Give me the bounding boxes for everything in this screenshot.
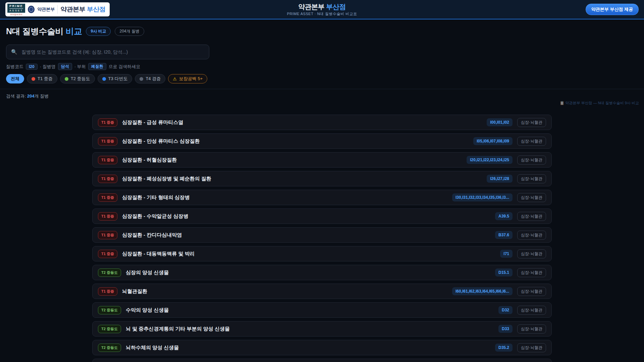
disease-codes: I71 (500, 250, 513, 258)
filter-chip-t3[interactable]: T3 다빈도 (98, 74, 132, 83)
filter-chip-label: 전체 (11, 76, 19, 82)
disease-row[interactable]: T1 중증뇌혈관질환I60,I61,I62,I63,I64,I65,I66,I6… (92, 284, 552, 299)
disease-name: 뇌하수체의 양성 신생물 (126, 345, 490, 351)
disease-name: 심장질환 - 기타 형태의 심장병 (122, 194, 447, 201)
result-suffix: 개 질병 (35, 94, 49, 99)
category-tag: 심장·뇌혈관 (517, 193, 546, 202)
disease-row[interactable]: T1 중증심장질환 - 수막알균성 심장병A39.5심장·뇌혈관 (92, 208, 552, 224)
tier-badge: T1 중증 (98, 212, 117, 221)
category-tag: 심장·뇌혈관 (517, 306, 546, 315)
filter-chip-t2[interactable]: T2 중등도 (60, 74, 95, 83)
disease-codes: I05,I06,I07,I08,I09 (473, 137, 513, 145)
logo-divider (57, 5, 58, 14)
main-content: N대 질병수술비 비교 9사 비교 204개 질병 🔍 질병코드 I20 · 질… (0, 26, 644, 362)
page-title-row: N대 질병수술비 비교 9사 비교 204개 질병 (6, 26, 638, 36)
hint-part2: · 질병명 (40, 64, 56, 70)
disease-codes: I00,I01,I02 (487, 118, 513, 126)
category-tag: 심장·뇌혈관 (517, 268, 546, 277)
prime-logo-top: PRIME (9, 5, 23, 9)
page-title-prefix: N대 질병수술비 (6, 26, 63, 36)
filter-chip-t1[interactable]: T1 중증 (27, 74, 57, 83)
tier-dot-icon (32, 77, 35, 81)
filter-chip-all[interactable]: 전체 (6, 74, 24, 83)
store-name-prefix: 약관본부 (60, 6, 85, 13)
search-icon: 🔍 (11, 49, 17, 55)
disease-list: T1 중증심장질환 - 급성 류마티스열I00,I01,I02심장·뇌혈관T1 … (92, 115, 552, 362)
disease-row[interactable]: T1 중증심장질환 - 만성 류마티스 심장질환I05,I06,I07,I08,… (92, 133, 552, 149)
tier-badge: T2 중등도 (98, 306, 121, 314)
search-input[interactable] (21, 49, 204, 55)
disease-codes: I30,I31,I32,I33,I34,I35,I36,I3... (452, 193, 513, 201)
prime-asset-logo: PRIME ASSET 프라임에셋㈜ (7, 4, 25, 15)
search-hint: 질병코드 I20 · 질병명 담석 · 부위 폐질환 으로 검색하세요 (6, 63, 638, 70)
tier-badge: T1 중증 (98, 287, 117, 296)
emblem-label: 약관본부 (37, 6, 55, 12)
disease-name: 수막의 양성 신생물 (126, 307, 494, 313)
disease-codes: A39.5 (495, 212, 513, 220)
store-name-branch: 부산점 (87, 6, 106, 13)
disease-codes: B37.6 (495, 231, 513, 239)
brand-logo: PRIME ASSET 프라임에셋㈜ 약관본부 약관본부 부산점 (5, 2, 110, 16)
result-count-line: 검색 결과: 204개 질병 (0, 89, 644, 99)
category-tag: 심장·뇌혈관 (517, 231, 546, 240)
category-tag: 심장·뇌혈관 (517, 174, 546, 183)
tier-dot-icon (140, 77, 143, 81)
disease-name: 심장질환 - 칸디다심내막염 (122, 232, 490, 238)
disease-name: 심장질환 - 급성 류마티스열 (122, 119, 482, 126)
tier-badge: T2 중등도 (98, 325, 121, 333)
category-tag: 심장·뇌혈관 (517, 324, 546, 334)
tier-badge: T2 중등도 (98, 268, 121, 277)
filter-chip-gap[interactable]: ⚠보장공백 5+ (168, 74, 207, 83)
disease-row[interactable]: T1 중증심장질환 - 급성 류마티스열I00,I01,I02심장·뇌혈관 (92, 115, 552, 130)
disease-row[interactable]: T1 중증심장질환 - 대동맥동맥류 및 박리I71심장·뇌혈관 (92, 246, 552, 261)
category-tag: 심장·뇌혈관 (517, 287, 546, 296)
disease-row[interactable]: T1 중증심장질환 - 폐성심장병 및 폐순환의 질환I26,I27,I28심장… (92, 171, 552, 186)
disease-row[interactable]: T1 중증심장질환 - 기타 형태의 심장병I30,I31,I32,I33,I3… (92, 190, 552, 205)
provider-button[interactable]: 약관본부 부산점 제공 (586, 4, 639, 15)
tier-badge: T1 중증 (98, 231, 117, 239)
page-title: N대 질병수술비 비교 (6, 26, 82, 37)
category-tag: 심장·뇌혈관 (517, 137, 546, 146)
compare-count-badge: 9사 비교 (86, 27, 111, 36)
disease-row[interactable]: T1 중증심장질환 - 허혈심장질환I20,I21,I22,I23,I24,I2… (92, 152, 552, 168)
tier-badge: T1 중증 (98, 118, 117, 127)
disease-codes: D32 (498, 306, 513, 314)
disease-codes: D15.1 (495, 268, 513, 277)
page-title-accent: 비교 (65, 26, 82, 36)
category-tag: 심장·뇌혈관 (517, 212, 546, 221)
category-tag: 심장·뇌혈관 (517, 343, 546, 352)
hint-part3: · 부위 (74, 64, 86, 70)
watermark: 📋 약관본부 부산점 — N대 질병수술비 9사 비교 (560, 101, 639, 106)
disease-row[interactable]: T2 중등도수막의 양성 신생물D32심장·뇌혈관 (92, 302, 552, 318)
header-title: 약관본부 부산점 PRIME ASSET · N대 질병수술비 비교표 (287, 3, 357, 16)
header-title-text: 약관본부 부산점 (287, 3, 357, 11)
search-box[interactable]: 🔍 (6, 45, 209, 59)
disease-codes: I26,I27,I28 (487, 175, 513, 183)
disease-row[interactable]: T1 중증심장질환 - 칸디다심내막염B37.6심장·뇌혈관 (92, 227, 552, 243)
disease-row[interactable]: T2 중등도두개인두관의 양성 신생물D35.3심장·뇌혈관 (92, 359, 552, 362)
disease-name: 심장질환 - 만성 류마티스 심장질환 (122, 138, 469, 144)
disease-name: 뇌혈관질환 (122, 288, 447, 295)
disease-codes: I20,I21,I22,I23,I24,I25 (467, 156, 513, 164)
disease-row[interactable]: T2 중등도뇌 및 중추신경계통의 기타 부분의 양성 신생물D33심장·뇌혈관 (92, 321, 552, 337)
tier-badge: T1 중증 (98, 137, 117, 145)
disease-name: 심장질환 - 폐성심장병 및 폐순환의 질환 (122, 176, 482, 182)
category-tag: 심장·뇌혈관 (517, 156, 546, 165)
filter-chip-t4[interactable]: T4 경증 (135, 74, 165, 83)
top-bar: PRIME ASSET 프라임에셋㈜ 약관본부 약관본부 부산점 약관본부 부산… (0, 0, 644, 19)
prime-asset-mark: PRIME ASSET (7, 4, 25, 13)
disease-row[interactable]: T2 중등도심장의 양성 신생물D15.1심장·뇌혈관 (92, 265, 552, 280)
disease-codes: I60,I61,I62,I63,I64,I65,I66,I6... (452, 287, 513, 295)
disease-row[interactable]: T2 중등도뇌하수체의 양성 신생물D35.2심장·뇌혈관 (92, 340, 552, 355)
disease-count-badge: 204개 질병 (115, 27, 144, 36)
category-tag: 심장·뇌혈관 (517, 249, 546, 258)
warning-icon: ⚠ (173, 76, 177, 81)
disease-name: 심장의 양성 신생물 (126, 269, 490, 276)
disease-name: 심장질환 - 수막알균성 심장병 (122, 213, 490, 220)
store-name: 약관본부 부산점 (60, 5, 105, 14)
tier-badge: T2 중등도 (98, 344, 121, 352)
result-prefix: 검색 결과: (6, 94, 26, 99)
tier-badge: T1 중증 (98, 193, 117, 202)
headquarters-emblem-icon (28, 6, 35, 13)
filter-chip-label: T2 중등도 (71, 76, 90, 82)
